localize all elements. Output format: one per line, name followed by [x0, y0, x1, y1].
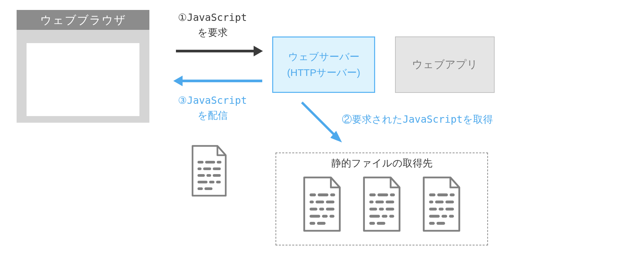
svg-rect-35 [386, 201, 394, 204]
svg-rect-8 [198, 174, 205, 177]
svg-rect-47 [429, 201, 434, 204]
svg-rect-25 [310, 215, 320, 218]
svg-rect-52 [445, 208, 454, 211]
file-icon [417, 173, 466, 236]
static-files-row [276, 173, 487, 236]
svg-rect-14 [198, 187, 203, 190]
svg-rect-54 [442, 215, 447, 218]
step-3-label: ③JavaScript を配信 [163, 93, 262, 123]
step-1-line1: ①JavaScript [178, 12, 247, 23]
svg-rect-13 [216, 181, 221, 183]
file-icon [357, 173, 407, 236]
svg-rect-16 [310, 193, 316, 196]
svg-rect-44 [429, 193, 436, 196]
svg-rect-31 [377, 193, 388, 196]
static-files-box: 静的ファイルの取得先 [276, 153, 488, 245]
svg-rect-45 [437, 193, 448, 196]
svg-rect-7 [213, 167, 221, 170]
web-server-box: ウェブサーバー (HTTPサーバー) [272, 36, 375, 93]
svg-rect-24 [326, 208, 335, 211]
arrow-response [183, 80, 262, 82]
svg-rect-33 [369, 201, 374, 204]
svg-rect-19 [310, 201, 314, 204]
svg-rect-18 [330, 193, 335, 196]
step-1-line2: を要求 [198, 27, 228, 38]
svg-rect-6 [203, 167, 211, 170]
svg-rect-50 [429, 208, 437, 211]
step-1-label: ①JavaScript を要求 [163, 10, 262, 40]
web-server-line2: (HTTPサーバー) [287, 65, 360, 81]
svg-rect-21 [326, 201, 335, 204]
web-app-box: ウェブアプリ [395, 36, 495, 93]
svg-rect-55 [449, 215, 454, 218]
svg-rect-32 [390, 193, 395, 196]
step-3-line2: を配信 [198, 110, 228, 121]
svg-rect-5 [198, 167, 201, 170]
svg-rect-20 [316, 201, 324, 204]
file-icon [297, 173, 347, 236]
svg-rect-28 [310, 222, 315, 225]
svg-rect-23 [319, 208, 324, 211]
svg-rect-9 [206, 174, 211, 177]
svg-rect-38 [386, 208, 394, 211]
svg-rect-51 [439, 208, 443, 211]
svg-rect-40 [382, 215, 387, 218]
svg-rect-56 [429, 222, 435, 225]
svg-rect-10 [213, 174, 221, 177]
svg-rect-26 [322, 215, 328, 218]
svg-rect-12 [209, 181, 214, 183]
svg-rect-17 [318, 193, 328, 196]
step-2-label: ②要求されたJavaScriptを取得 [342, 113, 493, 126]
static-files-title: 静的ファイルの取得先 [276, 157, 487, 170]
svg-rect-57 [437, 222, 445, 225]
svg-rect-53 [429, 215, 440, 218]
svg-rect-46 [450, 193, 455, 196]
svg-rect-48 [435, 201, 444, 204]
svg-rect-36 [369, 208, 377, 211]
svg-rect-34 [375, 201, 384, 204]
svg-rect-42 [369, 222, 375, 225]
svg-rect-22 [310, 208, 318, 211]
svg-rect-49 [445, 201, 454, 204]
browser-window: ウェブブラウザ [17, 10, 149, 123]
arrow-request [176, 50, 256, 52]
svg-rect-11 [198, 181, 207, 183]
svg-rect-15 [204, 187, 212, 190]
svg-rect-3 [205, 161, 215, 163]
svg-rect-41 [389, 215, 394, 218]
step-3-line1: ③JavaScript [178, 95, 247, 106]
browser-content-area [27, 43, 139, 116]
svg-rect-27 [330, 215, 335, 218]
svg-rect-30 [369, 193, 376, 196]
browser-title: ウェブブラウザ [17, 10, 149, 30]
svg-rect-29 [317, 222, 326, 225]
svg-rect-43 [377, 222, 385, 225]
svg-line-0 [302, 102, 337, 137]
web-server-line1: ウェブサーバー [288, 49, 360, 65]
svg-rect-39 [369, 215, 380, 218]
web-app-label: ウェブアプリ [412, 57, 478, 72]
svg-rect-2 [198, 161, 203, 163]
svg-rect-37 [379, 208, 384, 211]
file-icon [186, 143, 232, 200]
svg-rect-4 [217, 161, 221, 163]
